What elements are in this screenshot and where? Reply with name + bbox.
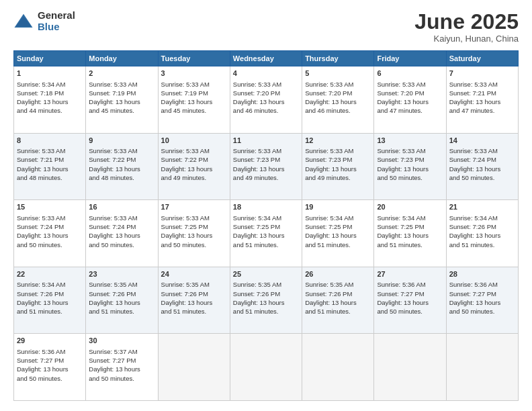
day-info-line: Sunrise: 5:34 AM (17, 80, 83, 89)
month-title: June 2025 (414, 10, 519, 34)
day-info-line: Daylight: 13 hours (17, 231, 83, 240)
calendar-cell: 11Sunrise: 5:33 AMSunset: 7:23 PMDayligh… (230, 133, 302, 200)
calendar-cell: 21Sunrise: 5:34 AMSunset: 7:26 PMDayligh… (446, 200, 518, 267)
day-info-line: Daylight: 13 hours (449, 231, 515, 240)
day-info-line: Sunrise: 5:33 AM (377, 80, 443, 89)
day-info-line: Sunset: 7:21 PM (449, 89, 515, 97)
day-number: 1 (17, 68, 83, 79)
calendar-cell: 19Sunrise: 5:34 AMSunset: 7:25 PMDayligh… (302, 200, 374, 267)
day-info-line: Sunset: 7:23 PM (377, 155, 443, 164)
day-number: 15 (17, 202, 83, 212)
calendar-cell: 3Sunrise: 5:33 AMSunset: 7:19 PMDaylight… (158, 66, 230, 134)
day-number: 22 (17, 269, 83, 279)
calendar-cell (374, 334, 446, 401)
day-number: 16 (89, 202, 154, 212)
calendar-cell: 29Sunrise: 5:36 AMSunset: 7:27 PMDayligh… (14, 334, 86, 401)
day-info-line: Sunrise: 5:35 AM (305, 280, 371, 289)
day-info-line: Sunset: 7:18 PM (17, 89, 83, 97)
day-info-line: Sunrise: 5:33 AM (233, 146, 299, 155)
day-info-line: Daylight: 13 hours (305, 231, 371, 240)
day-number: 10 (161, 136, 227, 146)
day-info-line: Sunrise: 5:34 AM (305, 214, 371, 222)
day-info-line: Daylight: 13 hours (305, 97, 371, 106)
day-info-line: Sunset: 7:26 PM (17, 289, 83, 298)
day-info-line: Sunset: 7:20 PM (377, 89, 443, 97)
day-info-line: Sunset: 7:26 PM (305, 289, 371, 298)
calendar-cell: 25Sunrise: 5:35 AMSunset: 7:26 PMDayligh… (230, 267, 302, 334)
day-number: 29 (17, 336, 83, 346)
day-number: 20 (377, 202, 443, 212)
day-number: 27 (377, 269, 443, 279)
calendar-cell: 8Sunrise: 5:33 AMSunset: 7:21 PMDaylight… (14, 133, 86, 200)
day-info-line: Daylight: 13 hours (89, 97, 154, 106)
day-info-line: and 50 minutes. (161, 240, 227, 249)
calendar-cell: 16Sunrise: 5:33 AMSunset: 7:24 PMDayligh… (86, 200, 158, 267)
day-number: 2 (89, 68, 154, 79)
week-row-3: 15Sunrise: 5:33 AMSunset: 7:24 PMDayligh… (14, 200, 519, 267)
week-row-5: 29Sunrise: 5:36 AMSunset: 7:27 PMDayligh… (14, 334, 519, 401)
week-row-2: 8Sunrise: 5:33 AMSunset: 7:21 PMDaylight… (14, 133, 519, 200)
weekday-header-thursday: Thursday (302, 51, 374, 66)
calendar-cell: 2Sunrise: 5:33 AMSunset: 7:19 PMDaylight… (86, 66, 158, 134)
day-info-line: Daylight: 13 hours (89, 165, 154, 173)
day-info-line: and 44 minutes. (17, 106, 83, 115)
day-info-line: Sunset: 7:27 PM (89, 356, 154, 365)
day-number: 6 (377, 68, 443, 79)
day-number: 18 (233, 202, 299, 212)
day-info-line: and 50 minutes. (449, 173, 515, 182)
day-info-line: Sunrise: 5:37 AM (89, 347, 154, 356)
day-info-line: and 50 minutes. (449, 307, 515, 316)
day-info-line: Daylight: 13 hours (161, 231, 227, 240)
logo-icon (13, 11, 34, 32)
day-info-line: Daylight: 13 hours (161, 165, 227, 173)
day-info-line: and 46 minutes. (305, 106, 371, 115)
day-info-line: Daylight: 13 hours (233, 298, 299, 307)
day-info-line: Sunrise: 5:33 AM (449, 146, 515, 155)
day-info-line: Daylight: 13 hours (17, 365, 83, 373)
calendar-cell: 30Sunrise: 5:37 AMSunset: 7:27 PMDayligh… (86, 334, 158, 401)
day-info-line: Daylight: 13 hours (377, 165, 443, 173)
calendar-cell: 22Sunrise: 5:34 AMSunset: 7:26 PMDayligh… (14, 267, 86, 334)
weekday-header-row: SundayMondayTuesdayWednesdayThursdayFrid… (14, 51, 519, 66)
day-number: 21 (449, 202, 515, 212)
location: Kaiyun, Hunan, China (414, 34, 519, 44)
day-info-line: Sunset: 7:19 PM (89, 89, 154, 97)
calendar-cell: 24Sunrise: 5:35 AMSunset: 7:26 PMDayligh… (158, 267, 230, 334)
day-info-line: Sunset: 7:21 PM (17, 155, 83, 164)
logo-blue-text: Blue (38, 21, 75, 33)
day-number: 28 (449, 269, 515, 279)
day-info-line: Sunset: 7:25 PM (233, 222, 299, 231)
day-info-line: Sunset: 7:20 PM (233, 89, 299, 97)
week-row-1: 1Sunrise: 5:34 AMSunset: 7:18 PMDaylight… (14, 66, 519, 134)
calendar-cell (302, 334, 374, 401)
calendar-cell: 4Sunrise: 5:33 AMSunset: 7:20 PMDaylight… (230, 66, 302, 134)
day-info-line: Sunrise: 5:33 AM (89, 214, 154, 222)
calendar-cell: 6Sunrise: 5:33 AMSunset: 7:20 PMDaylight… (374, 66, 446, 134)
calendar-cell (230, 334, 302, 401)
day-info-line: Sunrise: 5:34 AM (17, 280, 83, 289)
calendar-cell: 9Sunrise: 5:33 AMSunset: 7:22 PMDaylight… (86, 133, 158, 200)
day-info-line: and 51 minutes. (305, 307, 371, 316)
day-info-line: and 51 minutes. (89, 307, 154, 316)
day-info-line: and 50 minutes. (89, 374, 154, 383)
day-info-line: and 51 minutes. (305, 240, 371, 249)
day-info-line: and 50 minutes. (377, 173, 443, 182)
calendar-cell: 18Sunrise: 5:34 AMSunset: 7:25 PMDayligh… (230, 200, 302, 267)
day-info-line: Sunrise: 5:33 AM (305, 80, 371, 89)
day-info-line: Sunrise: 5:33 AM (17, 146, 83, 155)
day-info-line: Sunrise: 5:33 AM (377, 146, 443, 155)
day-info-line: Daylight: 13 hours (449, 165, 515, 173)
day-number: 3 (161, 68, 227, 79)
day-info-line: Sunset: 7:22 PM (89, 155, 154, 164)
day-info-line: Daylight: 13 hours (449, 97, 515, 106)
calendar-cell: 12Sunrise: 5:33 AMSunset: 7:23 PMDayligh… (302, 133, 374, 200)
day-info-line: and 51 minutes. (449, 240, 515, 249)
day-info-line: and 50 minutes. (377, 307, 443, 316)
day-info-line: Sunrise: 5:33 AM (305, 146, 371, 155)
day-info-line: Daylight: 13 hours (233, 165, 299, 173)
day-info-line: and 48 minutes. (89, 173, 154, 182)
day-info-line: and 47 minutes. (449, 106, 515, 115)
day-info-line: Sunrise: 5:36 AM (17, 347, 83, 356)
day-number: 11 (233, 136, 299, 146)
day-info-line: Sunrise: 5:33 AM (17, 214, 83, 222)
